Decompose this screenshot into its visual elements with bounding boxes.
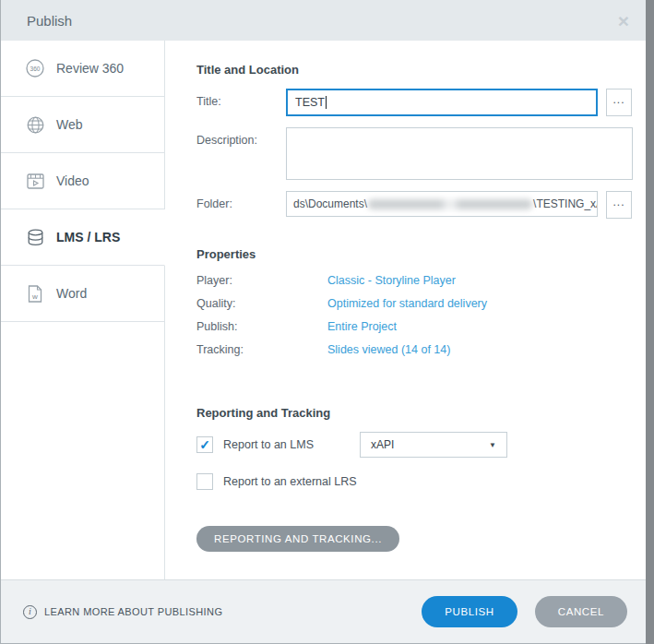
reporting-tracking-section: Reporting and Tracking ✓ Report to an LM… (196, 406, 646, 552)
text-cursor (326, 96, 327, 109)
report-lms-label[interactable]: Report to an LMS (223, 438, 314, 451)
learn-more-link[interactable]: i LEARN MORE ABOUT PUBLISHING (23, 605, 222, 619)
folder-path-prefix: ds\Documents\ (293, 197, 367, 210)
report-lms-checkbox[interactable]: ✓ (196, 436, 213, 453)
svg-text:360: 360 (30, 66, 41, 72)
folder-input[interactable]: ds\Documents\ \TESTING_xAPI (286, 191, 598, 217)
chevron-down-icon: ▼ (489, 441, 496, 449)
folder-label: Folder: (196, 191, 286, 219)
lms-standard-value: xAPI (371, 438, 394, 451)
title-input-value: TEST (295, 96, 325, 109)
player-link[interactable]: Classic - Storyline Player (327, 273, 456, 289)
lms-standard-dropdown[interactable]: xAPI ▼ (360, 432, 507, 458)
quality-link[interactable]: Optimized for standard delivery (327, 296, 487, 312)
database-icon (26, 228, 44, 246)
property-row: Tracking: Slides viewed (14 of 14) (196, 342, 646, 358)
info-icon: i (23, 605, 37, 619)
review-360-icon: 360 (26, 59, 44, 78)
title-location-heading: Title and Location (196, 63, 646, 77)
check-icon: ✓ (199, 438, 210, 451)
sidebar-item-lms-lrs[interactable]: LMS / LRS (1, 209, 165, 266)
sidebar-item-label: Review 360 (56, 61, 124, 76)
sidebar-item-word[interactable]: w Word (1, 266, 165, 322)
reporting-and-tracking-button[interactable]: REPORTING AND TRACKING... (196, 526, 399, 552)
properties-section: Properties Player: Classic - Storyline P… (196, 247, 646, 358)
footer-buttons: PUBLISH CANCEL (422, 596, 627, 627)
reporting-tracking-heading: Reporting and Tracking (196, 406, 646, 420)
close-icon[interactable]: × (618, 11, 629, 30)
video-icon (26, 172, 44, 190)
dialog-footer: i LEARN MORE ABOUT PUBLISHING PUBLISH CA… (1, 579, 646, 643)
sidebar-item-web[interactable]: Web (1, 97, 165, 153)
sidebar: 360 Review 360 Web (1, 41, 165, 579)
sidebar-item-label: LMS / LRS (56, 230, 120, 244)
sidebar-item-label: Video (56, 173, 89, 188)
title-browse-button[interactable]: ... (606, 89, 632, 116)
folder-path-redacted-segment (368, 199, 532, 209)
player-label: Player: (196, 273, 327, 289)
quality-label: Quality: (196, 296, 327, 312)
sidebar-item-label: Web (56, 117, 83, 132)
sidebar-item-label: Word (56, 286, 87, 301)
sidebar-item-video[interactable]: Video (1, 153, 165, 209)
cancel-button[interactable]: CANCEL (535, 596, 627, 627)
word-document-icon: w (26, 284, 44, 303)
publish-dialog: Publish × 360 Review 360 (0, 0, 646, 644)
publish-scope-label: Publish: (196, 319, 327, 335)
folder-path-suffix: \TESTING_xAPI (533, 197, 598, 210)
sidebar-filler (1, 322, 165, 579)
tracking-link[interactable]: Slides viewed (14 of 14) (327, 342, 450, 358)
svg-text:w: w (31, 292, 38, 300)
publish-button[interactable]: PUBLISH (422, 596, 517, 627)
title-row: Title: TEST ... (196, 89, 646, 116)
description-label: Description: (196, 127, 286, 180)
report-lms-row: ✓ Report to an LMS xAPI ▼ (196, 432, 646, 458)
report-lrs-checkbox[interactable] (196, 473, 213, 490)
report-lrs-row: Report to an external LRS (196, 469, 646, 495)
properties-heading: Properties (196, 247, 646, 261)
dialog-title: Publish (27, 13, 72, 29)
sidebar-item-review-360[interactable]: 360 Review 360 (1, 41, 165, 97)
tracking-label: Tracking: (196, 342, 327, 358)
publish-scope-link[interactable]: Entire Project (327, 319, 397, 335)
folder-browse-button[interactable]: ... (606, 191, 632, 219)
title-label: Title: (196, 89, 286, 116)
title-input[interactable]: TEST (286, 89, 598, 116)
globe-icon (26, 115, 44, 134)
description-row: Description: (196, 127, 646, 180)
description-textarea[interactable] (286, 127, 633, 180)
dialog-body: 360 Review 360 Web (1, 41, 646, 579)
property-row: Publish: Entire Project (196, 319, 646, 335)
publish-settings-panel: Title and Location Title: TEST ... Descr… (165, 41, 646, 579)
report-lrs-label[interactable]: Report to an external LRS (223, 475, 357, 488)
folder-row: Folder: ds\Documents\ \TESTING_xAPI ... (196, 191, 646, 219)
learn-more-label: LEARN MORE ABOUT PUBLISHING (44, 606, 222, 617)
dialog-titlebar: Publish × (1, 0, 646, 41)
property-row: Quality: Optimized for standard delivery (196, 296, 646, 312)
property-row: Player: Classic - Storyline Player (196, 273, 646, 289)
